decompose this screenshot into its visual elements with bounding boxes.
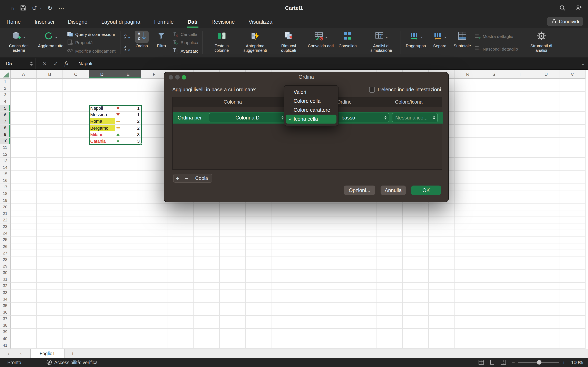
cell-G24[interactable] — [167, 230, 194, 236]
cell-F34[interactable] — [141, 296, 167, 302]
cell-N26[interactable] — [350, 243, 376, 250]
cell-V27[interactable] — [559, 250, 586, 256]
people-icon[interactable] — [575, 5, 582, 11]
cell-P21[interactable] — [403, 210, 429, 217]
cell-A29[interactable] — [11, 263, 37, 269]
cell-B30[interactable] — [37, 269, 63, 276]
cell-Q27[interactable] — [429, 250, 455, 256]
cell-N35[interactable] — [350, 303, 376, 309]
cell-Q33[interactable] — [429, 289, 455, 296]
cell-T5[interactable] — [507, 105, 533, 111]
cell-D2[interactable] — [89, 85, 115, 92]
cell-Q29[interactable] — [429, 263, 455, 269]
cell-K23[interactable] — [272, 224, 298, 230]
cell-M32[interactable] — [324, 283, 350, 289]
cell-R19[interactable] — [455, 197, 481, 204]
cell-Q32[interactable] — [429, 283, 455, 289]
cell-R39[interactable] — [455, 329, 481, 335]
testo-in-colonne-button[interactable]: Testo in colonne — [205, 29, 238, 56]
cell-T7[interactable] — [507, 118, 533, 125]
cell-R41[interactable] — [455, 342, 481, 349]
cell-U26[interactable] — [533, 243, 559, 250]
cell-V23[interactable] — [559, 224, 586, 230]
cell-J25[interactable] — [246, 237, 272, 243]
cell-A32[interactable] — [11, 283, 37, 289]
search-icon[interactable] — [559, 5, 566, 11]
cell-H22[interactable] — [194, 217, 220, 224]
cancella-button[interactable]: Cancella — [172, 30, 198, 38]
cell-T41[interactable] — [507, 342, 533, 349]
col-header-F[interactable]: F — [141, 70, 167, 79]
cell-K30[interactable] — [272, 269, 298, 276]
cell-E16[interactable] — [115, 177, 141, 184]
cell-T33[interactable] — [507, 289, 533, 296]
nascondi-dettaglio-button[interactable]: Nascondi dettaglio — [475, 45, 518, 53]
cell-R8[interactable] — [455, 125, 481, 131]
mostra-dettaglio-button[interactable]: Mostra dettaglio — [475, 33, 518, 41]
cell-C3[interactable] — [63, 92, 89, 99]
cell-R33[interactable] — [455, 289, 481, 296]
row-header-28[interactable]: 28 — [0, 257, 11, 263]
cell-F26[interactable] — [141, 243, 167, 250]
cell-I32[interactable] — [220, 283, 246, 289]
cell-T32[interactable] — [507, 283, 533, 289]
cell-T29[interactable] — [507, 263, 533, 269]
cell-O39[interactable] — [376, 329, 403, 335]
cell-U30[interactable] — [533, 269, 559, 276]
cell-G25[interactable] — [167, 237, 194, 243]
cell-E25[interactable] — [115, 237, 141, 243]
cell-D23[interactable] — [89, 224, 115, 230]
cell-B6[interactable] — [37, 111, 63, 118]
row-header-30[interactable]: 30 — [0, 269, 11, 276]
cell-N21[interactable] — [350, 210, 376, 217]
cell-M22[interactable] — [324, 217, 350, 224]
cell-G39[interactable] — [167, 329, 194, 335]
cell-C38[interactable] — [63, 322, 89, 329]
ordina-button[interactable]: AZOrdina — [132, 29, 151, 56]
cell-S16[interactable] — [481, 177, 507, 184]
cell-M41[interactable] — [324, 342, 350, 349]
cell-K40[interactable] — [272, 335, 298, 342]
cell-S28[interactable] — [481, 257, 507, 263]
cell-R21[interactable] — [455, 210, 481, 217]
cell-B38[interactable] — [37, 322, 63, 329]
cell-G30[interactable] — [167, 269, 194, 276]
cell-R13[interactable] — [455, 158, 481, 164]
cell-K24[interactable] — [272, 230, 298, 236]
row-header-22[interactable]: 22 — [0, 217, 11, 224]
cell-E20[interactable] — [115, 204, 141, 210]
tab-visualizza[interactable]: Visualizza — [248, 17, 273, 28]
row-header-7[interactable]: 7 — [0, 118, 11, 125]
row-header-15[interactable]: 15 — [0, 171, 11, 177]
cell-J32[interactable] — [246, 283, 272, 289]
cell-I35[interactable] — [220, 303, 246, 309]
cell-G37[interactable] — [167, 316, 194, 322]
row-header-16[interactable]: 16 — [0, 177, 11, 184]
cell-T3[interactable] — [507, 92, 533, 99]
ordina-za-button[interactable]: ZA — [124, 45, 131, 53]
cell-E41[interactable] — [115, 342, 141, 349]
cell-U15[interactable] — [533, 171, 559, 177]
cell-U40[interactable] — [533, 335, 559, 342]
cell-B28[interactable] — [37, 257, 63, 263]
cell-Q23[interactable] — [429, 224, 455, 230]
cell-F11[interactable] — [141, 145, 167, 151]
cell-S37[interactable] — [481, 316, 507, 322]
cell-B15[interactable] — [37, 171, 63, 177]
cell-N30[interactable] — [350, 269, 376, 276]
cell-B20[interactable] — [37, 204, 63, 210]
cell-O28[interactable] — [376, 257, 403, 263]
cell-A19[interactable] — [11, 197, 37, 204]
cell-V29[interactable] — [559, 263, 586, 269]
cell-B33[interactable] — [37, 289, 63, 296]
cell-S30[interactable] — [481, 269, 507, 276]
cell-P35[interactable] — [403, 303, 429, 309]
cell-J30[interactable] — [246, 269, 272, 276]
cell-R29[interactable] — [455, 263, 481, 269]
cell-N27[interactable] — [350, 250, 376, 256]
cell-N28[interactable] — [350, 257, 376, 263]
cell-E1[interactable] — [115, 79, 141, 85]
cell-N25[interactable] — [350, 237, 376, 243]
cell-A12[interactable] — [11, 151, 37, 158]
dialog-zoom-icon[interactable] — [182, 75, 186, 80]
